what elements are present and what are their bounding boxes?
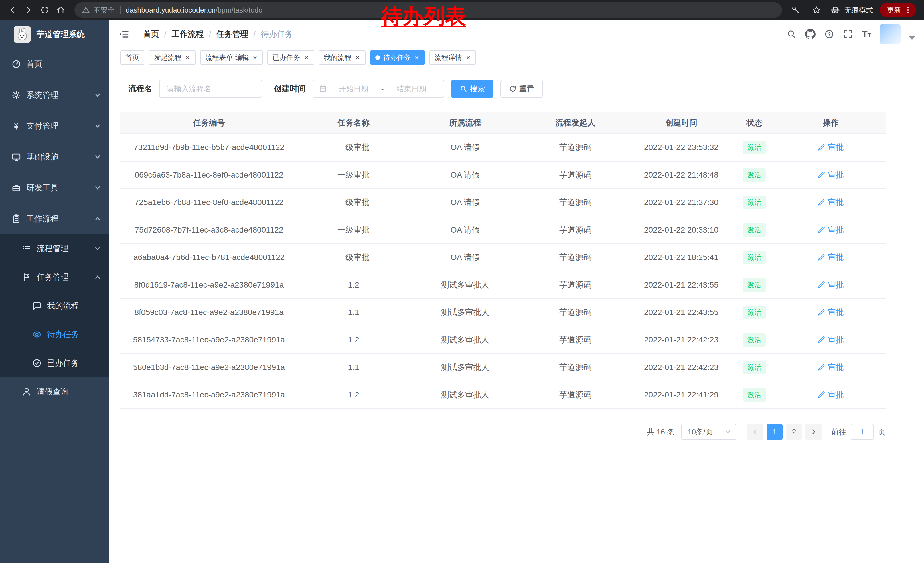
gear-icon [12, 90, 21, 100]
cell-starter: 芋道源码 [521, 134, 630, 161]
tab-item[interactable]: 流程表单-编辑× [200, 50, 263, 65]
column-header: 创建时间 [630, 112, 733, 134]
sidebar-item-process-mgmt[interactable]: 流程管理 [0, 234, 109, 263]
edit-pen-icon [818, 391, 825, 399]
tab-item[interactable]: 发起流程× [149, 50, 195, 65]
breadcrumb-item[interactable]: 工作流程 [172, 29, 204, 39]
avatar[interactable] [880, 24, 900, 44]
menu-dots-icon[interactable] [903, 6, 912, 15]
search-button[interactable]: 搜索 [451, 80, 494, 98]
table-row: 75d72608-7b7f-11ec-a3c8-acde48001122一级审批… [120, 216, 886, 244]
approve-link[interactable]: 审批 [818, 197, 844, 208]
tab-label: 我的流程 [324, 53, 351, 62]
status-badge: 激活 [743, 388, 766, 402]
back-icon[interactable] [6, 3, 20, 17]
app-logo[interactable]: 芋道管理系统 [0, 20, 109, 49]
table-row: 725a1eb6-7b88-11ec-8ef0-acde48001122一级审批… [120, 189, 886, 216]
avatar-caret-icon[interactable] [909, 36, 915, 40]
yen-icon [12, 121, 21, 131]
tab-close-icon[interactable]: × [185, 54, 190, 61]
page-size-select[interactable]: 10条/页 [681, 424, 736, 440]
cell-starter: 芋道源码 [521, 272, 630, 299]
tab-close-icon[interactable]: × [414, 54, 420, 61]
incognito-icon [830, 5, 840, 15]
tab-close-icon[interactable]: × [303, 54, 309, 61]
cell-action: 审批 [776, 162, 886, 188]
cell-id: 381aa1dd-7ac8-11ec-a9e2-a2380e71991a [120, 381, 298, 408]
sidebar-item-done-tasks[interactable]: 已办任务 [0, 349, 109, 377]
breadcrumb-item[interactable]: 任务管理 [216, 29, 249, 39]
sidebar-item-label: 首页 [26, 59, 42, 70]
reset-button[interactable]: 重置 [500, 80, 543, 98]
cell-process: OA 请假 [410, 162, 521, 188]
tab-label: 流程表单-编辑 [205, 53, 249, 62]
prev-page-button[interactable] [747, 424, 763, 440]
chevron-left-icon [752, 428, 759, 435]
approve-link[interactable]: 审批 [818, 279, 844, 290]
tab-item[interactable]: 我的流程× [319, 50, 366, 65]
edit-pen-icon [818, 171, 825, 179]
sidebar-item-leave-query[interactable]: 请假查询 [0, 377, 109, 406]
page-number-button[interactable]: 1 [766, 424, 783, 440]
sidebar-item-devtools[interactable]: 研发工具 [0, 173, 109, 203]
breadcrumb-item[interactable]: 首页 [143, 29, 159, 39]
sidebar-item-infra[interactable]: 基础设施 [0, 141, 109, 173]
cell-time: 2022-01-22 21:48:48 [630, 162, 733, 188]
security-label[interactable]: 不安全 [93, 6, 115, 15]
sidebar-item-home[interactable]: 首页 [0, 49, 109, 80]
sidebar-item-workflow[interactable]: 工作流程 [0, 203, 109, 234]
tab-close-icon[interactable]: × [465, 54, 471, 61]
home-icon[interactable] [54, 3, 68, 17]
tab-close-icon[interactable]: × [355, 54, 360, 61]
sidebar-item-payment[interactable]: 支付管理 [0, 111, 109, 141]
cell-name: 一级审批 [298, 134, 410, 161]
goto-page-input[interactable] [851, 424, 874, 440]
cell-id: 58154733-7ac8-11ec-a9e2-a2380e71991a [120, 326, 298, 353]
github-icon[interactable] [805, 29, 816, 39]
sidebar-collapse-icon[interactable] [118, 29, 129, 40]
tab-item[interactable]: 首页 [120, 50, 144, 65]
approve-link[interactable]: 审批 [818, 170, 844, 180]
search-icon[interactable] [786, 29, 796, 39]
help-icon[interactable]: ? [824, 29, 834, 39]
process-name-label: 流程名 [128, 83, 152, 94]
font-size-icon[interactable]: TT [862, 30, 872, 39]
reset-button-label: 重置 [519, 84, 534, 94]
process-name-input[interactable] [159, 80, 262, 98]
cell-id: 725a1eb6-7b88-11ec-8ef0-acde48001122 [120, 189, 298, 216]
approve-link[interactable]: 审批 [818, 307, 844, 318]
approve-link[interactable]: 审批 [818, 252, 844, 263]
sidebar-item-task-mgmt[interactable]: 任务管理 [0, 263, 109, 291]
approve-link[interactable]: 审批 [818, 225, 844, 236]
bookmark-star-icon[interactable] [810, 3, 823, 17]
approve-link[interactable]: 审批 [818, 142, 844, 153]
approve-link[interactable]: 审批 [818, 389, 844, 400]
sidebar-item-my-process[interactable]: 我的流程 [0, 291, 109, 320]
chevron-down-icon [94, 245, 101, 252]
cell-starter: 芋道源码 [521, 381, 630, 408]
update-button[interactable]: 更新 [880, 3, 916, 18]
forward-icon[interactable] [22, 3, 36, 17]
sidebar-item-system[interactable]: 系统管理 [0, 80, 109, 111]
page-number-button[interactable]: 2 [786, 424, 802, 440]
refresh-icon[interactable] [38, 3, 51, 17]
approve-link[interactable]: 审批 [818, 335, 844, 345]
table-row: 069c6a63-7b8a-11ec-8ef0-acde48001122一级审批… [120, 162, 886, 189]
tab-item[interactable]: 待办任务× [370, 50, 425, 65]
tab-label: 首页 [125, 53, 139, 62]
tab-close-icon[interactable]: × [252, 54, 258, 61]
tab-item[interactable]: 流程详情× [429, 50, 476, 65]
cell-process: 测试多审批人 [410, 272, 521, 299]
tab-item[interactable]: 已办任务× [267, 50, 314, 65]
fullscreen-icon[interactable] [843, 29, 853, 39]
sidebar-item-label: 系统管理 [26, 90, 58, 101]
date-range-picker[interactable]: 开始日期 - 结束日期 [313, 80, 444, 98]
sidebar-item-todo-tasks[interactable]: 待办任务 [0, 320, 109, 349]
url-path[interactable]: /bpm/task/todo [216, 6, 262, 14]
sidebar-menu: 首页 系统管理 支付管理 基础设施 [0, 49, 109, 406]
next-page-button[interactable] [806, 424, 822, 440]
url-host[interactable]: dashboard.yudao.iocoder.cn [126, 6, 216, 14]
key-icon[interactable] [789, 3, 802, 17]
approve-link[interactable]: 审批 [818, 362, 844, 373]
cell-starter: 芋道源码 [521, 162, 630, 188]
